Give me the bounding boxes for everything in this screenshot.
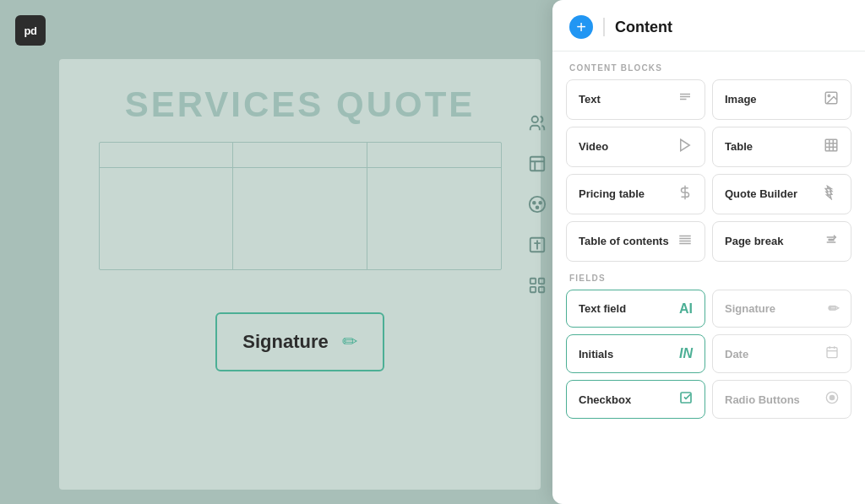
signature-box[interactable]: Signature ✏ [215,312,384,371]
document-table [99,142,502,270]
sidebar-pricing-icon[interactable] [524,231,551,258]
sidebar-fields-icon[interactable] [524,150,551,177]
block-page-break-label: Page break [725,235,783,249]
fields-row-3: Checkbox Radio Buttons [566,380,851,419]
field-radio-buttons[interactable]: Radio Buttons [712,380,851,419]
svg-point-26 [833,239,835,241]
svg-rect-10 [539,287,544,292]
table-header-cell-3 [367,143,501,167]
sidebar-icons [524,110,551,299]
block-toc-label: Table of contents [579,235,669,249]
table-header [100,143,501,168]
field-signature[interactable]: Signature ✏ [712,290,851,328]
document-title: SERVICES QUOTE [125,84,476,125]
block-page-break-icon [824,232,839,251]
block-video-icon [677,138,693,156]
field-text-field[interactable]: Text field AI [566,290,705,328]
block-image-label: Image [725,93,757,107]
panel-title: Content [615,19,672,36]
svg-rect-29 [827,348,837,358]
sidebar-palette-icon[interactable] [524,191,551,218]
block-pricing-icon [677,185,693,203]
block-image[interactable]: Image [712,79,851,120]
block-quote-builder-icon [824,185,839,203]
block-video-label: Video [579,140,608,154]
block-text[interactable]: Text [566,79,705,120]
block-table-label: Table [725,140,753,154]
svg-rect-33 [681,393,691,403]
block-quote-builder[interactable]: Quote Builder [712,174,851,214]
block-table-of-contents[interactable]: Table of contents [566,221,705,262]
field-text-field-label: Text field [579,302,626,315]
field-radio-buttons-icon [825,391,839,408]
field-date-label: Date [725,348,748,360]
svg-marker-13 [681,139,690,151]
block-toc-icon [677,232,693,251]
field-signature-label: Signature [725,302,775,315]
content-blocks-label: CONTENT BLOCKS [552,51,865,79]
fields-section: Text field AI Signature ✏ Initials IN Da… [552,290,865,419]
table-body [100,168,501,269]
field-date[interactable]: Date [712,334,851,373]
field-initials-icon: IN [679,346,693,361]
block-pricing-table-label: Pricing table [579,187,645,202]
block-table-icon [824,138,839,156]
block-text-icon [677,90,693,109]
sidebar-users-icon[interactable] [524,110,551,137]
field-date-icon [825,345,839,362]
table-body-col-1 [100,168,234,269]
fields-row-1: Text field AI Signature ✏ [566,290,851,328]
document-area: SERVICES QUOTE Signature ✏ [59,59,541,490]
svg-point-35 [830,395,834,399]
content-blocks-grid: Text Image Video [552,79,865,262]
fields-label: FIELDS [552,262,865,290]
block-image-icon [824,90,839,109]
field-radio-buttons-label: Radio Buttons [725,393,800,406]
svg-point-25 [830,239,832,241]
add-button[interactable]: + [569,15,593,39]
fields-row-2: Initials IN Date [566,334,851,373]
field-initials[interactable]: Initials IN [566,334,705,373]
block-text-label: Text [579,93,601,107]
field-initials-label: Initials [579,348,613,360]
block-quote-builder-label: Quote Builder [725,187,797,202]
svg-point-24 [829,239,830,241]
block-page-break[interactable]: Page break [712,221,851,262]
field-checkbox-icon [679,391,693,408]
table-header-cell-1 [100,143,234,167]
svg-rect-7 [530,279,536,284]
svg-rect-14 [825,139,837,151]
field-text-field-icon: AI [679,301,693,317]
svg-point-3 [533,202,536,204]
field-checkbox[interactable]: Checkbox [566,380,705,419]
app-logo: pd [15,15,46,46]
svg-point-0 [532,117,538,122]
svg-point-12 [828,95,830,96]
signature-edit-icon: ✏ [342,331,357,353]
field-checkbox-label: Checkbox [579,393,631,406]
svg-rect-1 [530,157,545,171]
svg-rect-8 [539,279,544,284]
table-header-cell-2 [233,143,367,167]
table-body-col-2 [233,168,367,269]
signature-label: Signature [242,331,328,353]
svg-rect-9 [530,287,536,292]
panel-divider [603,18,605,36]
table-body-col-3 [367,168,501,269]
block-pricing-table[interactable]: Pricing table [566,174,705,214]
svg-point-4 [539,202,541,204]
block-table[interactable]: Table [712,127,851,167]
svg-point-2 [530,197,545,212]
svg-point-5 [536,206,539,209]
sidebar-apps-icon[interactable] [524,272,551,299]
panel-header: + Content [552,0,865,51]
field-signature-icon: ✏ [828,301,839,317]
right-panel: + Content CONTENT BLOCKS Text Image [552,0,865,504]
block-video[interactable]: Video [566,127,705,167]
